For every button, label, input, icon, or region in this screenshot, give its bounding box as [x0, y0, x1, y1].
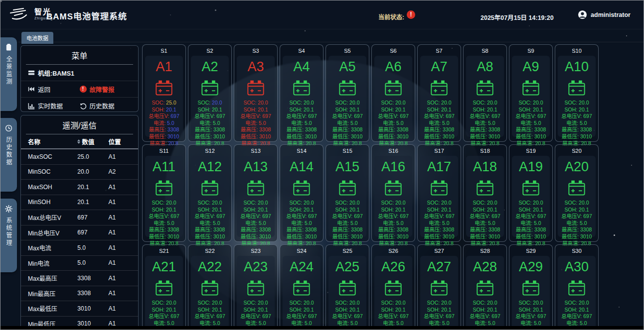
stat-value: 697 — [216, 313, 225, 319]
battery-card-A20[interactable]: S20A20SOC: 20.0SOH: 20.1总电压V: 697电流: 5.0… — [555, 144, 599, 242]
battery-card-A4[interactable]: S4A4SOC: 20.0SOH: 20.1总电压V: 697电流: 5.0最高… — [280, 44, 323, 142]
battery-icon — [567, 80, 586, 96]
battery-card-A21[interactable]: S21A21SOC: 20.0SOH: 20.1总电压V: 697电流: 5.0… — [142, 244, 186, 330]
battery-card-A30[interactable]: S30A30SOC: 20.0SOH: 20.1总电压V: 697电流: 5.0… — [555, 244, 599, 330]
stat-line: SOC: 20.0 — [243, 200, 268, 207]
stat-label: 电流: — [337, 320, 349, 326]
sidebar-item-system-admin[interactable]: 系统管理 — [0, 199, 17, 272]
stat-value: 5.0 — [350, 320, 358, 326]
battery-id-label: A23 — [244, 260, 268, 274]
stat-label: 最高压: — [149, 226, 166, 232]
battery-card-A17[interactable]: S17A17SOC: 20.0SOH: 20.1总电压V: 697电流: 5.0… — [417, 144, 461, 242]
fault-alarm-button[interactable]: ! 故障警报 — [80, 85, 132, 94]
battery-card-A5[interactable]: S5A5SOC: 20.0SOH: 20.1总电压V: 697电流: 5.0最高… — [325, 44, 369, 142]
sidebar-item-panorama-monitor[interactable]: 全景监测 — [0, 37, 17, 111]
stat-line: 最高压: 3308 — [562, 226, 592, 233]
battery-card-A9[interactable]: S9A9SOC: 20.0SOH: 20.1总电压V: 697电流: 5.0最高… — [509, 44, 553, 142]
table-row[interactable]: MaxSOC25.0A1 — [21, 149, 138, 165]
name-cell: Min电流 — [28, 259, 77, 267]
stat-value: 697 — [308, 313, 317, 319]
cell-group-label: S18 — [464, 145, 506, 156]
battery-card-A19[interactable]: S19A19SOC: 20.0SOH: 20.1总电压V: 697电流: 5.0… — [509, 144, 553, 242]
cell-group-label: S2 — [188, 45, 231, 56]
stat-value: 3010 — [213, 133, 225, 139]
history-data-button[interactable]: 历史数据 — [80, 101, 132, 110]
battery-card-A12[interactable]: S12A12SOC: 20.0SOH: 20.1总电压V: 697电流: 5.0… — [188, 144, 232, 242]
realtime-data-button[interactable]: 实时数据 — [28, 101, 80, 110]
battery-card-A26[interactable]: S26A26SOC: 20.0SOH: 20.1总电压V: 697电流: 5.0… — [371, 244, 415, 330]
user-menu[interactable]: administrator — [578, 10, 631, 19]
battery-card-A10[interactable]: S10A10SOC: 20.0SOH: 20.1总电压V: 697电流: 5.0… — [555, 44, 599, 142]
table-row[interactable]: Min电流5.0A1 — [21, 256, 138, 271]
stat-value: 697 — [354, 113, 363, 119]
stat-value: 20.1 — [487, 107, 497, 112]
table-row[interactable]: Max最低压3010A1 — [21, 301, 138, 317]
sidebar-item-history-data[interactable]: 历史数据 — [0, 118, 17, 192]
stat-line: 最低压: 3010 — [241, 133, 271, 140]
table-row[interactable]: Min总电压V697A1 — [21, 225, 138, 241]
stat-line: SOH: 20.1 — [243, 307, 268, 314]
battery-card-A23[interactable]: S23A23SOC: 20.0SOH: 20.1总电压V: 697电流: 5.0… — [234, 244, 278, 330]
table-row[interactable]: Max总电压V697A1 — [21, 210, 138, 225]
stat-line: 电流: 5.0 — [337, 120, 357, 127]
battery-card-A3[interactable]: S3A3SOC: 20.0SOH: 20.1总电压V: 697电流: 5.0最高… — [234, 44, 278, 142]
stat-value: 697 — [216, 213, 225, 219]
stat-value: 3010 — [167, 133, 179, 139]
stat-label: SOH: — [243, 107, 256, 112]
battery-card-A15[interactable]: S15A15SOC: 20.0SOH: 20.1总电压V: 697电流: 5.0… — [325, 144, 369, 242]
battery-card-A24[interactable]: S24A24SOC: 20.0SOH: 20.1总电压V: 697电流: 5.0… — [280, 244, 323, 330]
battery-card-A27[interactable]: S27A27SOC: 20.0SOH: 20.1总电压V: 697电流: 5.0… — [417, 244, 461, 330]
stat-label: SOC: — [518, 300, 531, 306]
stat-line: SOH: 20.1 — [243, 207, 268, 214]
telemetry-panel: 遥测/遥信 名称 数值 位置 MaxSOC25.0A1MinSOC20.0A2M… — [20, 115, 139, 330]
battery-card-grid: S1A1SOC: 25.0SOH: 20.1总电压V: 697电流: 5.0最高… — [142, 44, 601, 330]
stat-line: 最高压: 3308 — [516, 226, 546, 233]
stat-value: 3308 — [213, 226, 225, 232]
battery-card-A13[interactable]: S13A13SOC: 20.0SOH: 20.1总电压V: 697电流: 5.0… — [234, 144, 278, 242]
table-row[interactable]: Max最高压3308A1 — [21, 271, 138, 286]
battery-card-A18[interactable]: S18A18SOC: 20.0SOH: 20.1总电压V: 697电流: 5.0… — [463, 144, 507, 242]
battery-card-A2[interactable]: S2A2SOC: 20.0SOH: 20.1总电压V: 697电流: 5.0最高… — [188, 44, 232, 142]
battery-card-A6[interactable]: S6A6SOC: 20.0SOH: 20.1总电压V: 697电流: 5.0最高… — [371, 44, 415, 142]
battery-card-A28[interactable]: S28A28SOC: 20.0SOH: 20.1总电压V: 697电流: 5.0… — [463, 244, 507, 330]
table-row[interactable]: MinSOH20.1A1 — [21, 195, 138, 211]
battery-card-body: A16SOC: 20.0SOH: 20.1总电压V: 697电流: 5.0最高压… — [374, 156, 412, 237]
stat-line: 最高压: 3308 — [149, 226, 179, 233]
column-header-value[interactable]: 数值 — [77, 137, 108, 146]
battery-card-A8[interactable]: S8A8SOC: 20.0SOH: 20.1总电压V: 697电流: 5.0最高… — [463, 44, 507, 142]
table-row[interactable]: MaxSOH20.1A1 — [21, 180, 138, 195]
stat-value: 3308 — [351, 126, 362, 132]
stat-line: 总电压V: 697 — [561, 313, 592, 320]
table-row[interactable]: Min最高压3308A1 — [21, 286, 138, 302]
table-row[interactable]: MinSOC20.0A2 — [21, 165, 138, 180]
tab-strip: 电池数据 — [18, 29, 644, 42]
page-title: BAMS电池管理系统 — [46, 9, 127, 22]
battery-card-A22[interactable]: S22A22SOC: 20.0SOH: 20.1总电压V: 697电流: 5.0… — [188, 244, 232, 330]
gear-icon — [5, 205, 12, 213]
stat-line: 总电压V: 697 — [515, 313, 546, 320]
battery-card-A14[interactable]: S14A14SOC: 20.0SOH: 20.1总电压V: 697电流: 5.0… — [280, 144, 323, 242]
stat-value: 697 — [583, 313, 592, 319]
stat-value: 20.1 — [258, 107, 268, 112]
battery-card-A11[interactable]: S11A11SOC: 20.0SOH: 20.1总电压V: 697电流: 5.0… — [142, 144, 186, 242]
battery-card-A7[interactable]: S7A7SOC: 20.0SOH: 20.1总电压V: 697电流: 5.0最高… — [417, 44, 461, 142]
stat-value: 697 — [216, 113, 225, 119]
battery-card-A1[interactable]: S1A1SOC: 25.0SOH: 20.1总电压V: 697电流: 5.0最高… — [142, 44, 186, 142]
tab-battery-data[interactable]: 电池数据 — [21, 32, 53, 44]
stat-line: 电流: 5.0 — [429, 120, 449, 127]
battery-icon — [338, 80, 357, 96]
battery-card-A16[interactable]: S16A16SOC: 20.0SOH: 20.1总电压V: 697电流: 5.0… — [371, 144, 415, 242]
battery-card-A29[interactable]: S29A29SOC: 20.0SOH: 20.1总电压V: 697电流: 5.0… — [509, 244, 553, 330]
stat-line: 总电压V: 697 — [286, 113, 317, 120]
history-undo-icon — [80, 103, 87, 110]
table-row[interactable]: Max电流5.0A1 — [21, 240, 138, 256]
stat-label: 总电压V: — [332, 113, 352, 119]
stat-line: SOC: 20.0 — [197, 300, 222, 307]
stat-value: 20.0 — [395, 200, 405, 206]
battery-icon — [430, 280, 449, 296]
back-button[interactable]: 返回 — [28, 85, 80, 94]
stat-line: SOH: 20.1 — [518, 307, 543, 314]
battery-card-A25[interactable]: S25A25SOC: 20.0SOH: 20.1总电压V: 697电流: 5.0… — [325, 244, 369, 330]
menu-panel-title: 菜单 — [26, 46, 133, 65]
stat-line: 最低压: 3010 — [195, 133, 225, 140]
